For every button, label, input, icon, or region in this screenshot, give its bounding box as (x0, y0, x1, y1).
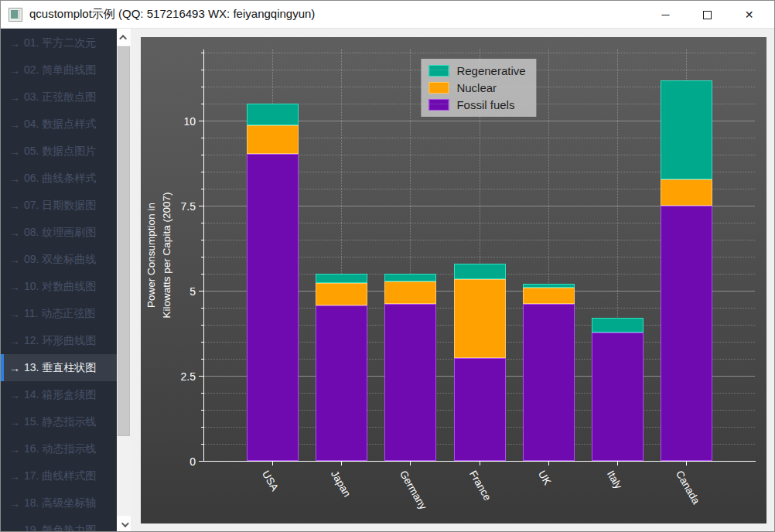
x-tick-label: USA (260, 469, 281, 493)
sidebar-item-19[interactable]: →19. 颜色热力图 (1, 517, 117, 532)
sidebar-item-16[interactable]: →16. 动态指示线 (1, 435, 117, 462)
x-tick-label: Japan (329, 469, 353, 499)
y-subtick (201, 427, 203, 428)
y-subtick (201, 342, 203, 343)
y-axis-title: Power Consumption in Kilowatts per Capit… (144, 139, 174, 371)
arrow-icon: → (9, 308, 20, 320)
sidebar-item-label: 03. 正弦散点图 (24, 90, 96, 104)
y-tick-label: 2.5 (165, 370, 196, 383)
legend-entry: Nuclear (428, 81, 525, 94)
sidebar-item-label: 18. 高级坐标轴 (24, 496, 96, 510)
sidebar-item-10[interactable]: →10. 对数曲线图 (1, 273, 117, 300)
sidebar-item-label: 16. 动态指示线 (24, 442, 96, 456)
y-subtick (201, 70, 203, 70)
y-tick-label: 5 (165, 285, 196, 298)
y-subtick (201, 87, 203, 87)
close-button[interactable]: ✕ (732, 3, 766, 26)
sidebar-menu: →01. 平方二次元→02. 简单曲线图→03. 正弦散点图→04. 数据点样式… (1, 29, 117, 532)
y-tick (199, 206, 203, 206)
y-subtick (201, 223, 203, 223)
sidebar-item-label: 15. 静态指示线 (24, 415, 96, 429)
minimize-button[interactable]: ─ (648, 3, 683, 26)
arrow-icon: → (9, 416, 20, 428)
x-tick (617, 462, 618, 466)
sidebar-item-06[interactable]: →06. 曲线条样式 (1, 165, 117, 192)
sub-grid-line (204, 70, 755, 70)
sidebar-item-01[interactable]: →01. 平方二次元 (1, 29, 117, 56)
y-subtick (201, 274, 203, 275)
legend-swatch-fossil-fuels (428, 99, 449, 111)
x-tick-label: France (467, 469, 493, 503)
sidebar-item-13[interactable]: →13. 垂直柱状图 (1, 354, 117, 381)
sidebar-item-label: 02. 简单曲线图 (24, 63, 96, 77)
legend-label: Regenerative (456, 64, 525, 77)
legend-entry: Fossil fuels (428, 98, 525, 111)
bar-segment-nuclear (454, 279, 506, 358)
x-tick (480, 462, 480, 466)
bar-segment-nuclear (523, 288, 575, 304)
x-tick-label: UK (536, 469, 553, 487)
arrow-icon: → (9, 37, 20, 49)
bar-segment-fossil-fuels (454, 358, 506, 461)
y-subtick (201, 240, 203, 240)
arrow-icon: → (9, 335, 20, 347)
y-subtick (201, 410, 203, 411)
y-subtick (201, 189, 203, 189)
sidebar-item-07[interactable]: →07. 日期数据图 (1, 192, 117, 219)
arrow-icon: → (9, 254, 20, 266)
scrollbar-thumb[interactable] (118, 46, 130, 436)
x-tick (548, 462, 549, 466)
arrow-icon: → (9, 145, 20, 158)
sidebar-item-label: 01. 平方二次元 (24, 36, 96, 50)
arrow-icon: → (9, 524, 20, 532)
sidebar-item-label: 14. 箱形盒须图 (24, 388, 96, 402)
sidebar-scrollbar[interactable] (117, 29, 131, 532)
y-axis-line (203, 49, 204, 462)
bar-segment-fossil-fuels (661, 206, 712, 461)
sidebar-item-09[interactable]: →09. 双坐标曲线 (1, 246, 117, 273)
sidebar-item-label: 05. 数据点图片 (24, 145, 96, 159)
sidebar-item-14[interactable]: →14. 箱形盒须图 (1, 381, 117, 408)
sidebar-item-02[interactable]: →02. 简单曲线图 (1, 56, 117, 84)
sidebar-item-15[interactable]: →15. 静态指示线 (1, 408, 117, 435)
arrow-icon: → (9, 281, 20, 293)
legend-swatch-regenerative (428, 65, 449, 77)
sidebar-item-12[interactable]: →12. 环形曲线图 (1, 327, 117, 354)
sidebar-item-label: 12. 环形曲线图 (24, 334, 96, 348)
sidebar-item-label: 10. 对数曲线图 (24, 280, 96, 294)
bar-segment-fossil-fuels (247, 154, 299, 461)
x-tick (686, 462, 687, 466)
legend-swatch-nuclear (428, 82, 449, 94)
sidebar-item-18[interactable]: →18. 高级坐标轴 (1, 489, 117, 517)
arrow-icon: → (9, 91, 20, 104)
scroll-up-button[interactable] (117, 29, 131, 46)
sidebar-item-05[interactable]: →05. 数据点图片 (1, 138, 117, 165)
y-subtick (201, 308, 203, 309)
scroll-down-button[interactable] (117, 516, 131, 532)
x-tick-label: Germany (398, 469, 429, 512)
sidebar-item-03[interactable]: →03. 正弦散点图 (1, 84, 117, 111)
sidebar-item-08[interactable]: →08. 纹理画刷图 (1, 219, 117, 246)
y-tick (199, 461, 203, 462)
bar-segment-regenerative (523, 284, 575, 288)
sidebar-item-04[interactable]: →04. 数据点样式 (1, 111, 117, 138)
sidebar-item-label: 06. 曲线条样式 (24, 172, 96, 186)
bar-segment-nuclear (316, 283, 367, 305)
bar-segment-fossil-fuels (592, 332, 644, 461)
y-subtick (201, 359, 203, 360)
arrow-icon: → (9, 443, 20, 455)
x-tick (341, 462, 342, 466)
arrow-icon: → (9, 389, 20, 401)
y-subtick (201, 172, 203, 172)
sidebar-item-label: 19. 颜色热力图 (24, 523, 96, 532)
y-subtick (201, 325, 203, 326)
app-window: qcustomplot示例 (QQ: 517216493 WX: feiyang… (0, 0, 775, 532)
bar-segment-fossil-fuels (316, 305, 367, 461)
sidebar-item-11[interactable]: →11. 动态正弦图 (1, 300, 117, 327)
arrow-icon: → (9, 362, 20, 374)
x-tick-label: Canada (674, 469, 702, 506)
bar-segment-nuclear (247, 125, 299, 154)
app-icon (9, 8, 22, 22)
sidebar-item-17[interactable]: →17. 曲线样式图 (1, 462, 117, 489)
maximize-button[interactable] (690, 3, 725, 26)
